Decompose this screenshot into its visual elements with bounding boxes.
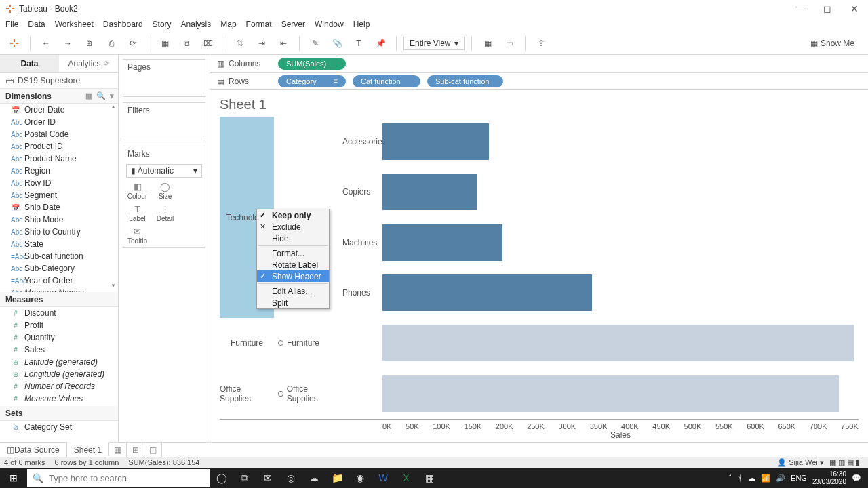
ctx-edit-alias-[interactable]: Edit Alias... [257, 285, 329, 297]
tray-wifi-icon[interactable]: 📶 [761, 474, 770, 483]
excel-icon[interactable]: X [395, 472, 418, 483]
duplicate-button[interactable]: ⧉ [178, 35, 195, 52]
swap-button[interactable]: ⇅ [231, 35, 249, 52]
taskview-icon[interactable]: ⧉ [233, 472, 256, 484]
field-sub-category[interactable]: AbcSub-Category [0, 262, 118, 274]
taskbar-search[interactable]: 🔍 Type here to search [27, 469, 210, 487]
columns-shelf[interactable]: ▥Columns SUM(Sales) [210, 55, 868, 73]
tray-onedrive-icon[interactable]: ☁ [748, 474, 755, 483]
labels-button[interactable]: T [350, 35, 368, 52]
field-order-id[interactable]: AbcOrder ID [0, 116, 118, 128]
bar[interactable] [382, 224, 502, 261]
field-number-of-records[interactable]: #Number of Records [0, 380, 118, 392]
minimize-button[interactable]: ─ [787, 0, 814, 17]
subcategory-header[interactable] [338, 318, 382, 368]
tray-sound-icon[interactable]: 🔊 [776, 474, 785, 483]
pill-sum-sales[interactable]: SUM(Sales) [278, 58, 346, 70]
tray-notifications-icon[interactable]: 💬 [852, 474, 861, 483]
mark-colour[interactable]: ◧Colour [123, 180, 151, 203]
menu-dashboard[interactable]: Dashboard [103, 20, 143, 29]
bar[interactable] [382, 375, 839, 412]
cortana-icon[interactable]: ◯ [210, 472, 233, 483]
ctx-hide[interactable]: Hide [257, 232, 329, 244]
menu-story[interactable]: Story [153, 20, 172, 29]
status-user[interactable]: Sijia Wei [789, 458, 818, 466]
bar[interactable] [382, 274, 592, 311]
ctx-exclude[interactable]: ✕Exclude [257, 221, 329, 232]
pin-button[interactable]: 📌 [372, 35, 389, 52]
show-me-button[interactable]: ▦ Show Me [810, 39, 863, 48]
new-sheet-button[interactable]: ▦ [109, 443, 127, 457]
rows-shelf[interactable]: ▤Rows Category≡ Cat function Sub-cat fun… [210, 73, 868, 90]
new-story-button[interactable]: ◫ [144, 443, 162, 457]
category-header[interactable]: Furniture [220, 318, 274, 368]
search-icon[interactable]: 🔍 [96, 92, 106, 100]
tableau-taskbar-icon[interactable]: ▦ [418, 472, 441, 483]
field-ship-to-country[interactable]: AbcShip to Country [0, 226, 118, 238]
field-sales[interactable]: #Sales [0, 344, 118, 356]
scroll-up-icon[interactable]: ▲ [111, 104, 116, 113]
tray-clock[interactable]: 16:3023/03/2020 [812, 470, 846, 485]
field-region[interactable]: AbcRegion [0, 165, 118, 177]
forward-button[interactable]: → [59, 35, 77, 52]
sort-asc-button[interactable]: ⇥ [253, 35, 271, 52]
ctx-format-[interactable]: Format... [257, 247, 329, 259]
tab-data[interactable]: Data [0, 55, 59, 72]
tray-up-icon[interactable]: ˄ [728, 474, 732, 483]
explorer-icon[interactable]: 📁 [326, 472, 349, 483]
field-product-name[interactable]: AbcProduct Name [0, 152, 118, 165]
app-icon-2[interactable]: ☁ [302, 472, 326, 483]
close-button[interactable]: ✕ [841, 0, 868, 17]
field-year-of-order[interactable]: =AbcYear of Order [0, 274, 118, 287]
field-measure-names[interactable]: AbcMeasure Names [0, 287, 118, 292]
app-icon-1[interactable]: ◎ [279, 472, 302, 483]
cat-function-header[interactable]: Office Supplies [274, 369, 338, 419]
save-button[interactable]: 🗎 [81, 35, 98, 52]
tab-analytics[interactable]: Analytics⟳ [59, 55, 118, 72]
tray-bluetooth-icon[interactable]: ᚼ [738, 474, 743, 482]
field-profit[interactable]: #Profit [0, 319, 118, 331]
maximize-button[interactable]: ◻ [814, 0, 841, 17]
ctx-show-header[interactable]: ✓Show Header [257, 270, 329, 282]
field-postal-code[interactable]: AbcPostal Code [0, 128, 118, 140]
pill-cat-function[interactable]: Cat function [353, 75, 420, 87]
field-discount[interactable]: #Discount [0, 307, 118, 319]
field-measure-values[interactable]: #Measure Values [0, 392, 118, 405]
menu-file[interactable]: File [5, 20, 18, 29]
new-dashboard-button[interactable]: ⊞ [127, 443, 144, 457]
view-controls[interactable]: ▦ ▥ ▤ ▮ [829, 458, 860, 467]
view-icon[interactable]: ▦ [85, 92, 92, 100]
field-ship-mode[interactable]: AbcShip Mode [0, 214, 118, 226]
field-segment[interactable]: AbcSegment [0, 189, 118, 201]
menu-window[interactable]: Window [315, 20, 344, 29]
pill-category[interactable]: Category≡ [278, 75, 346, 87]
mail-icon[interactable]: ✉ [256, 472, 279, 483]
ctx-split[interactable]: Split [257, 297, 329, 308]
word-icon[interactable]: W [372, 472, 395, 483]
bar[interactable] [382, 325, 854, 361]
new-datasource-button[interactable]: ⎙ [102, 35, 120, 52]
highlight-button[interactable]: ✎ [307, 35, 324, 52]
field-row-id[interactable]: AbcRow ID [0, 177, 118, 189]
mark-detail[interactable]: ⋮Detail [151, 203, 179, 225]
menu-server[interactable]: Server [281, 20, 305, 29]
tableau-logo-icon[interactable] [5, 35, 23, 52]
back-button[interactable]: ← [37, 35, 55, 52]
subcategory-header[interactable] [338, 369, 382, 419]
category-header[interactable]: Office Supplies [220, 369, 274, 419]
refresh-button[interactable]: ⟳ [124, 35, 142, 52]
datasource-item[interactable]: 🗃 DS19 Superstore [0, 73, 118, 89]
menu-map[interactable]: Map [220, 20, 236, 29]
mark-tooltip[interactable]: ✉Tooltip [123, 225, 151, 247]
filters-card[interactable]: Filters [123, 102, 205, 140]
ctx-keep-only[interactable]: ✓Keep only [257, 209, 329, 221]
group-button[interactable]: 📎 [328, 35, 346, 52]
ctx-rotate-label[interactable]: Rotate Label [257, 259, 329, 270]
tab-data-source[interactable]: ◫ Data Source [0, 443, 67, 457]
clear-button[interactable]: ⌧ [199, 35, 217, 52]
dashboard-button[interactable]: ▦ [479, 35, 496, 52]
field-category-set[interactable]: ⊘Category Set [0, 421, 118, 433]
field-longitude-generated-[interactable]: ⊕Longitude (generated) [0, 368, 118, 380]
mark-size[interactable]: ◯Size [151, 180, 179, 203]
field-ship-date[interactable]: 📅Ship Date [0, 201, 118, 214]
